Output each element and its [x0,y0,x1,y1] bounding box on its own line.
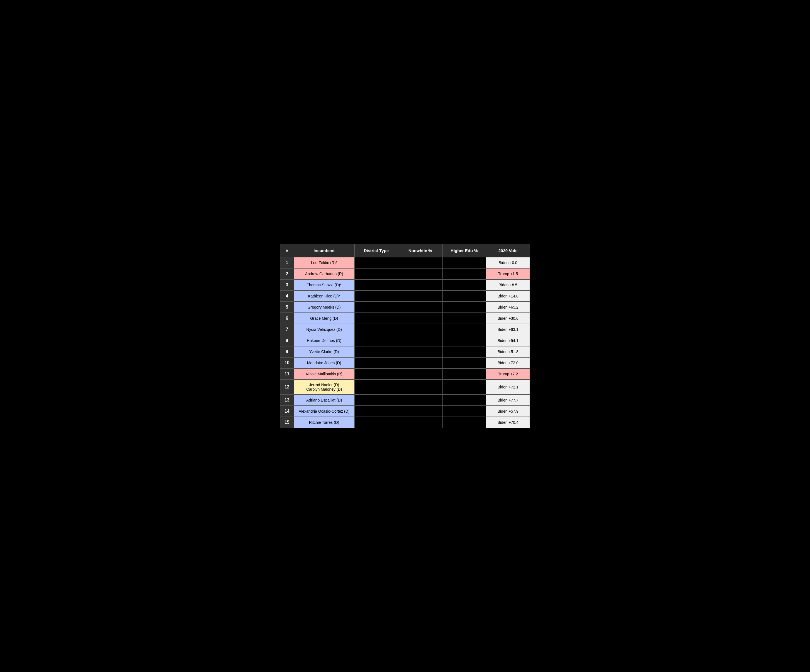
nonwhite-cell [398,324,442,335]
nonwhite-cell [398,357,442,368]
vote-cell: Biden +0.0 [486,257,530,268]
nonwhite-cell [398,257,442,268]
table-row: 10Mondaire Jones (D)Biden +72.0 [280,357,530,368]
incumbent-cell: Yvette Clarke (D) [294,346,354,357]
vote-cell: Biden +70.4 [486,417,530,428]
incumbent-cell: Nydia Velazquez (D) [294,324,354,335]
district-cell [354,395,398,406]
header-row: # Incumbent District Type Nonwhite % Hig… [280,244,530,257]
incumbent-cell: Hakeem Jeffries (D) [294,335,354,346]
district-cell [354,357,398,368]
nonwhite-cell [398,302,442,313]
incumbent-cell: Mondaire Jones (D) [294,357,354,368]
vote-cell: Biden +30.6 [486,313,530,324]
district-cell [354,268,398,279]
vote-cell: Biden +14.8 [486,290,530,302]
col-header-num: # [280,244,294,257]
row-number: 1 [280,257,294,268]
table-row: 11Nicole Malliotakis (R)Trump +7.2 [280,368,530,380]
col-header-vote: 2020 Vote [486,244,530,257]
nonwhite-cell [398,417,442,428]
edu-cell [442,302,486,313]
edu-cell [442,268,486,279]
vote-cell: Biden +72.0 [486,357,530,368]
table-row: 2Andrew Garbarino (R)Trump +1.5 [280,268,530,279]
incumbent-cell: Grace Meng (D) [294,313,354,324]
row-number: 3 [280,279,294,290]
edu-cell [442,290,486,302]
nonwhite-cell [398,335,442,346]
district-cell [354,368,398,380]
nonwhite-cell [398,290,442,302]
edu-cell [442,395,486,406]
nonwhite-cell [398,395,442,406]
nonwhite-cell [398,268,442,279]
edu-cell [442,324,486,335]
table-row: 15Ritchie Torres (D)Biden +70.4 [280,417,530,428]
table-wrapper: # Incumbent District Type Nonwhite % Hig… [277,241,533,431]
edu-cell [442,417,486,428]
district-cell [354,346,398,357]
vote-cell: Biden +77.7 [486,395,530,406]
incumbent-cell: Lee Zeldin (R)* [294,257,354,268]
table-row: 12Jerrod Nadler (D)Carolyn Maloney (D)Bi… [280,380,530,395]
edu-cell [442,346,486,357]
district-cell [354,406,398,417]
row-number: 11 [280,368,294,380]
table-row: 6Grace Meng (D)Biden +30.6 [280,313,530,324]
row-number: 6 [280,313,294,324]
nonwhite-cell [398,380,442,395]
district-cell [354,417,398,428]
incumbent-cell: Ritchie Torres (D) [294,417,354,428]
district-cell [354,313,398,324]
row-number: 5 [280,302,294,313]
vote-cell: Biden +8.5 [486,279,530,290]
row-number: 14 [280,406,294,417]
table-row: 13Adriano Espaillat (D)Biden +77.7 [280,395,530,406]
row-number: 7 [280,324,294,335]
row-number: 12 [280,380,294,395]
incumbent-cell: Alexandria Ocasio-Cortez (D) [294,406,354,417]
incumbent-cell: Andrew Garbarino (R) [294,268,354,279]
district-cell [354,380,398,395]
nonwhite-cell [398,346,442,357]
row-number: 10 [280,357,294,368]
edu-cell [442,357,486,368]
vote-cell: Biden +51.8 [486,346,530,357]
district-cell [354,279,398,290]
district-cell [354,257,398,268]
edu-cell [442,406,486,417]
row-number: 9 [280,346,294,357]
edu-cell [442,380,486,395]
table-row: 4Kathleen Rice (D)*Biden +14.8 [280,290,530,302]
table-row: 3Thomas Suozzi (D)*Biden +8.5 [280,279,530,290]
nonwhite-cell [398,406,442,417]
incumbent-cell: Jerrod Nadler (D)Carolyn Maloney (D) [294,380,354,395]
table-row: 8Hakeem Jeffries (D)Biden +54.1 [280,335,530,346]
table-row: 7Nydia Velazquez (D)Biden +63.1 [280,324,530,335]
col-header-nonwhite: Nonwhite % [398,244,442,257]
nonwhite-cell [398,313,442,324]
col-header-incumbent: Incumbent [294,244,354,257]
district-cell [354,324,398,335]
vote-cell: Biden +63.1 [486,324,530,335]
table-row: 1Lee Zeldin (R)*Biden +0.0 [280,257,530,268]
vote-cell: Trump +7.2 [486,368,530,380]
col-header-edu: Higher Edu % [442,244,486,257]
incumbent-cell: Kathleen Rice (D)* [294,290,354,302]
incumbent-cell: Gregory Meeks (D) [294,302,354,313]
vote-cell: Biden +54.1 [486,335,530,346]
incumbent-cell: Nicole Malliotakis (R) [294,368,354,380]
col-header-district: District Type [354,244,398,257]
row-number: 2 [280,268,294,279]
row-number: 13 [280,395,294,406]
vote-cell: Trump +1.5 [486,268,530,279]
edu-cell [442,313,486,324]
edu-cell [442,279,486,290]
vote-cell: Biden +57.9 [486,406,530,417]
edu-cell [442,335,486,346]
vote-cell: Biden +65.2 [486,302,530,313]
row-number: 15 [280,417,294,428]
nonwhite-cell [398,368,442,380]
incumbent-cell: Adriano Espaillat (D) [294,395,354,406]
